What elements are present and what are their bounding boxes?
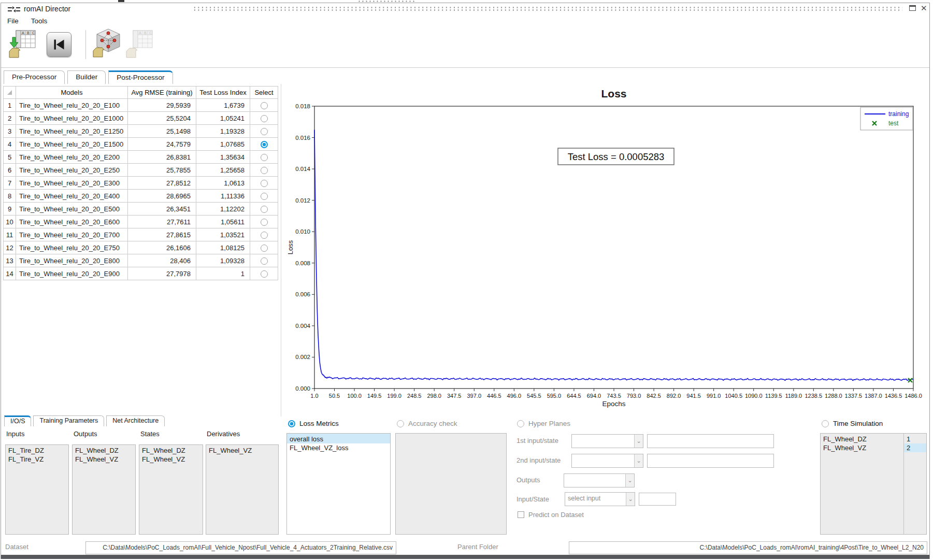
test-loss-index-cell: 1,25658	[196, 164, 250, 177]
model-select-radio[interactable]	[261, 257, 268, 265]
model-name-cell[interactable]: Tire_to_Wheel_relu_20_20_E300	[16, 177, 128, 190]
model-name-cell[interactable]: Tire_to_Wheel_relu_20_20_E800	[16, 254, 128, 267]
time-simulation-list[interactable]: FL_Wheel_DZ1FL_Wheel_VZ2	[820, 433, 927, 535]
back-button[interactable]	[47, 32, 71, 57]
model-name-cell[interactable]: Tire_to_Wheel_relu_20_20_E1000	[16, 112, 128, 125]
second-input-state-field[interactable]	[647, 454, 774, 468]
signal-item[interactable]: FL_Tire_DZ	[6, 445, 68, 455]
menu-item[interactable]: Tools	[31, 17, 48, 25]
main-tab[interactable]: Post-Processor	[108, 70, 173, 84]
signal-order[interactable]: 2	[903, 443, 926, 452]
svg-text:A: A	[22, 31, 24, 35]
signal-name[interactable]: FL_Wheel_DZ	[821, 435, 903, 443]
model-select-radio[interactable]	[261, 193, 268, 200]
model-select-radio[interactable]	[261, 219, 268, 226]
main-tab[interactable]: Builder	[67, 70, 106, 84]
svg-text:1288.0: 1288.0	[825, 393, 842, 399]
svg-text:C: C	[149, 31, 152, 35]
model-select-radio[interactable]	[261, 115, 268, 122]
titlebar-drag-handle[interactable]	[193, 6, 902, 11]
chevron-down-icon[interactable]: ⌄	[634, 454, 643, 467]
signal-order[interactable]: 1	[903, 435, 926, 443]
table-corner[interactable]	[4, 87, 16, 99]
export-table-button-disabled[interactable]: ABC	[125, 29, 154, 60]
accuracy-check-label: Accuracy check	[408, 420, 457, 427]
chevron-down-icon[interactable]: ⌄	[626, 493, 635, 506]
signal-item[interactable]: FL_Wheel_VZ	[73, 455, 135, 464]
hyper-planes-radio[interactable]	[517, 420, 524, 427]
signal-item[interactable]: FL_Tire_VZ	[6, 455, 68, 464]
loss-index-column-header[interactable]: Test Loss Index	[196, 87, 250, 99]
accuracy-check-radio[interactable]	[397, 420, 404, 427]
model-select-radio[interactable]	[261, 154, 268, 161]
chevron-down-icon[interactable]: ⌄	[625, 474, 634, 487]
models-column-header[interactable]: Models	[16, 87, 128, 99]
parent-folder-path-field[interactable]: C:\Data\Models\PoC_Loads_romAI\romAI_tra…	[569, 541, 927, 554]
model-select-radio[interactable]	[261, 180, 268, 187]
predict-on-dataset-checkbox[interactable]	[518, 511, 524, 518]
signal-item[interactable]: FL_Wheel_DZ	[139, 445, 203, 455]
outputs-combo[interactable]: ⌄	[564, 473, 635, 487]
maximize-button[interactable]	[909, 5, 916, 11]
app-logo-icon	[7, 5, 21, 16]
row-number-cell: 12	[4, 241, 16, 254]
second-input-state-combo[interactable]: ⌄	[571, 454, 643, 468]
loss-metric-item[interactable]: overall loss	[287, 434, 390, 443]
model-select-radio[interactable]	[261, 102, 268, 109]
first-input-state-field[interactable]	[647, 434, 774, 448]
svg-text:0.018: 0.018	[295, 103, 310, 109]
states-list[interactable]: FL_Wheel_DZFL_Wheel_VZ	[139, 444, 203, 535]
load-model-button[interactable]	[92, 28, 122, 60]
rmse-column-header[interactable]: Avg RMSE (training)	[128, 87, 196, 99]
outputs-list[interactable]: FL_Wheel_DZFL_Wheel_VZ	[72, 444, 136, 535]
model-name-cell[interactable]: Tire_to_Wheel_relu_20_20_E250	[16, 164, 128, 177]
dataset-path-field[interactable]: C:\Data\Models\PoC_Loads_romAI\Full_Vehi…	[85, 541, 396, 554]
details-tab[interactable]: Net Architecture	[106, 415, 165, 426]
input-state-combo[interactable]: select input ⌄	[565, 492, 635, 506]
signal-item[interactable]: FL_Wheel_VZ	[139, 455, 203, 464]
details-tab[interactable]: Training Parameters	[33, 415, 104, 426]
signal-item[interactable]: FL_Wheel_DZ	[73, 445, 135, 455]
input-state-value-field[interactable]	[639, 493, 676, 506]
model-select-radio[interactable]	[261, 270, 268, 278]
model-name-cell[interactable]: Tire_to_Wheel_relu_20_20_E600	[16, 216, 128, 228]
signal-item[interactable]: FL_Wheel_VZ	[206, 445, 278, 455]
model-select-radio[interactable]	[261, 128, 268, 135]
model-name-cell[interactable]: Tire_to_Wheel_relu_20_20_E100	[16, 99, 128, 112]
time-simulation-radio[interactable]	[822, 420, 829, 427]
details-tab[interactable]: I/O/S	[4, 415, 31, 426]
model-select-radio[interactable]	[261, 141, 268, 148]
model-name-cell[interactable]: Tire_to_Wheel_relu_20_20_E750	[16, 241, 128, 254]
model-select-radio[interactable]	[261, 232, 268, 239]
model-select-radio[interactable]	[261, 206, 268, 213]
model-select-radio[interactable]	[261, 167, 268, 174]
accuracy-check-list[interactable]	[395, 433, 507, 535]
model-name-cell[interactable]: Tire_to_Wheel_relu_20_20_E400	[16, 190, 128, 203]
model-select-radio[interactable]	[261, 245, 268, 252]
first-input-state-combo[interactable]: ⌄	[571, 434, 643, 448]
signal-name[interactable]: FL_Wheel_VZ	[821, 443, 903, 452]
svg-text:545.5: 545.5	[527, 393, 541, 399]
model-name-cell[interactable]: Tire_to_Wheel_relu_20_20_E500	[16, 203, 128, 216]
model-name-cell[interactable]: Tire_to_Wheel_relu_20_20_E1500	[16, 138, 128, 151]
model-name-cell[interactable]: Tire_to_Wheel_relu_20_20_E200	[16, 151, 128, 164]
test-loss-index-cell: 1,12202	[196, 203, 250, 216]
menu-item[interactable]: File	[7, 17, 19, 25]
inputs-list[interactable]: FL_Tire_DZFL_Tire_VZ	[5, 444, 69, 535]
model-name-cell[interactable]: Tire_to_Wheel_relu_20_20_E900	[16, 267, 128, 280]
row-number-cell: 7	[4, 177, 16, 190]
open-dataset-button[interactable]: ABC	[8, 29, 37, 60]
model-name-cell[interactable]: Tire_to_Wheel_relu_20_20_E1250	[16, 125, 128, 138]
loss-metrics-list[interactable]: overall lossFL_Wheel_VZ_loss	[286, 433, 391, 535]
loss-metrics-radio[interactable]	[288, 420, 295, 427]
select-column-header[interactable]: Select	[250, 87, 278, 99]
svg-text:0.000: 0.000	[295, 385, 310, 392]
window-bottom-edge	[1, 555, 929, 559]
close-button[interactable]: ✕	[921, 5, 927, 12]
model-name-cell[interactable]: Tire_to_Wheel_relu_20_20_E700	[16, 228, 128, 241]
loss-metric-item[interactable]: FL_Wheel_VZ_loss	[287, 443, 390, 452]
chevron-down-icon[interactable]: ⌄	[634, 435, 643, 448]
svg-text:Loss: Loss	[286, 240, 294, 254]
derivatives-list[interactable]: FL_Wheel_VZ	[206, 444, 279, 535]
main-tab[interactable]: Pre-Processor	[4, 70, 65, 84]
